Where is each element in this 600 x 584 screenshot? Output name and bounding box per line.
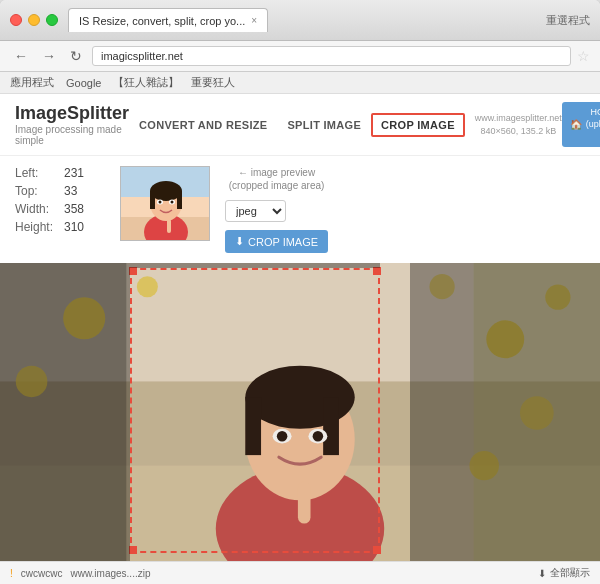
- svg-rect-38: [0, 263, 600, 561]
- nav-split[interactable]: SPLIT IMAGE: [277, 113, 371, 137]
- tab-title: IS Resize, convert, split, crop yo...: [79, 15, 245, 27]
- title-bar: IS Resize, convert, split, crop yo... × …: [0, 0, 600, 41]
- top-value: 33: [64, 184, 77, 198]
- width-label: Width:: [15, 202, 60, 216]
- right-panel: ← image preview (cropped image area) jpe…: [225, 166, 328, 253]
- crop-btn-label: CROP IMAGE: [248, 236, 318, 248]
- logo-title: ImageSplitter: [15, 103, 129, 124]
- download-icon: ⬇: [538, 568, 546, 579]
- height-value: 310: [64, 220, 84, 234]
- bookmark-star-icon[interactable]: ☆: [577, 48, 590, 64]
- refresh-button[interactable]: ↻: [66, 46, 86, 66]
- status-text: cwcwcwc: [21, 568, 63, 579]
- site-header: ImageSplitter Image processing made simp…: [0, 94, 600, 156]
- window-controls: 重選程式: [546, 13, 590, 28]
- left-panel: Left: 231 Top: 33 Width: 358 Height: 310: [15, 166, 105, 253]
- preview-image-svg: [121, 167, 210, 241]
- download-all-button[interactable]: ⬇ 全部顯示: [538, 566, 590, 580]
- svg-point-12: [171, 201, 174, 204]
- site-info: www.imagesplitter.net840×560, 135.2 kB: [475, 112, 562, 137]
- bookmarks-bar: 應用程式 Google 【狂人雜誌】 重要狂人: [0, 72, 600, 94]
- nav-convert[interactable]: CONVERT AND RESIZE: [129, 113, 277, 137]
- top-param-row: Top: 33: [15, 184, 105, 198]
- logo-subtitle: Image processing made simple: [15, 124, 129, 146]
- download-label: 全部顯示: [550, 566, 590, 580]
- address-bar: ← → ↻ ☆: [0, 41, 600, 72]
- main-area: Left: 231 Top: 33 Width: 358 Height: 310: [0, 156, 600, 263]
- svg-rect-7: [150, 191, 155, 209]
- nav-links: CONVERT AND RESIZE SPLIT IMAGE CROP IMAG…: [129, 113, 465, 137]
- bookmark-magazine[interactable]: 【狂人雜誌】: [113, 75, 179, 90]
- minimize-button[interactable]: [28, 14, 40, 26]
- image-container[interactable]: [0, 263, 600, 561]
- top-label: Top:: [15, 184, 60, 198]
- logo-area: ImageSplitter Image processing made simp…: [15, 103, 129, 146]
- browser-window: IS Resize, convert, split, crop yo... × …: [0, 0, 600, 584]
- download-crop-icon: ⬇: [235, 235, 244, 248]
- format-row: jpeg png webp: [225, 200, 328, 222]
- back-button[interactable]: ←: [10, 46, 32, 66]
- address-input[interactable]: [92, 46, 571, 66]
- nav-crop[interactable]: CROP IMAGE: [371, 113, 465, 137]
- maximize-button[interactable]: [46, 14, 58, 26]
- preview-label: ← image preview (cropped image area): [225, 166, 328, 192]
- bookmark-important[interactable]: 重要狂人: [191, 75, 235, 90]
- tab-bar: IS Resize, convert, split, crop yo... ×: [68, 8, 546, 32]
- left-value: 231: [64, 166, 84, 180]
- preview-label-line2: (cropped image area): [229, 180, 325, 191]
- crop-image-button[interactable]: ⬇ CROP IMAGE: [225, 230, 328, 253]
- page-content: ImageSplitter Image processing made simp…: [0, 94, 600, 561]
- width-value: 358: [64, 202, 84, 216]
- preview-label-line1: ← image preview: [238, 167, 315, 178]
- home-icon: 🏠: [570, 118, 582, 131]
- forward-button[interactable]: →: [38, 46, 60, 66]
- home-btn-label: HOME PAGE(upload anotherimage): [586, 107, 600, 142]
- status-warning-icon: !: [10, 568, 13, 579]
- background-image-svg: [0, 263, 600, 561]
- format-select[interactable]: jpeg png webp: [225, 200, 286, 222]
- status-bar: ! cwcwcwc www.images....zip ⬇ 全部顯示: [0, 561, 600, 584]
- close-button[interactable]: [10, 14, 22, 26]
- bookmark-google[interactable]: Google: [66, 77, 101, 89]
- preview-area: [120, 166, 210, 253]
- tab-close-icon[interactable]: ×: [251, 15, 257, 26]
- left-label: Left:: [15, 166, 60, 180]
- site-url-info: www.imagesplitter.net840×560, 135.2 kB: [475, 112, 562, 137]
- preview-image-box: [120, 166, 210, 241]
- status-left: ! cwcwcwc www.images....zip: [10, 568, 150, 579]
- browser-tab[interactable]: IS Resize, convert, split, crop yo... ×: [68, 8, 268, 32]
- traffic-lights: [10, 14, 58, 26]
- height-param-row: Height: 310: [15, 220, 105, 234]
- width-param-row: Width: 358: [15, 202, 105, 216]
- svg-rect-13: [167, 219, 171, 233]
- left-param-row: Left: 231: [15, 166, 105, 180]
- home-page-button[interactable]: 🏠 HOME PAGE(upload anotherimage): [562, 102, 600, 147]
- svg-point-11: [159, 201, 162, 204]
- height-label: Height:: [15, 220, 60, 234]
- svg-rect-8: [177, 191, 182, 209]
- bookmark-apps[interactable]: 應用程式: [10, 75, 54, 90]
- status-filename: www.images....zip: [70, 568, 150, 579]
